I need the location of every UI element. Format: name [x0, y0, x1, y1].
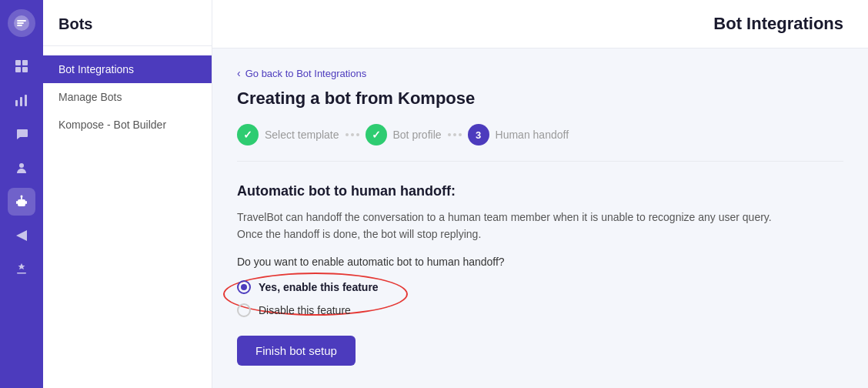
svg-rect-15	[25, 201, 27, 204]
svg-point-13	[21, 196, 23, 198]
contacts-icon[interactable]	[8, 154, 35, 182]
bots-icon[interactable]	[8, 188, 35, 216]
sidebar-item-manage-bots[interactable]: Manage Bots	[43, 83, 212, 111]
svg-rect-5	[15, 100, 18, 106]
step-1-check: ✓	[243, 129, 252, 141]
step-3: 3 Human handoff	[468, 124, 569, 146]
conversations-icon[interactable]	[8, 120, 35, 148]
radio-no-label: Disable this feature	[259, 304, 351, 316]
step-2-circle: ✓	[366, 124, 387, 146]
svg-rect-1	[15, 60, 21, 65]
svg-rect-2	[22, 60, 28, 65]
step-3-number: 3	[476, 129, 481, 141]
step-1-label: Select template	[265, 129, 339, 141]
step-dots-2	[448, 133, 462, 136]
svg-rect-9	[18, 199, 25, 206]
back-arrow-icon: ‹	[237, 67, 241, 79]
main-panel: Bot Integrations ‹ Go back to Bot Integr…	[212, 0, 868, 388]
sidebar-item-bot-integrations[interactable]: Bot Integrations	[43, 55, 212, 83]
svg-point-11	[22, 202, 24, 203]
step-3-label: Human handoff	[496, 129, 569, 141]
radio-option-no[interactable]: Disable this feature	[237, 303, 843, 317]
settings-icon[interactable]	[8, 256, 35, 283]
section-description: TravelBot can handoff the conversation t…	[237, 209, 791, 243]
svg-rect-7	[25, 95, 27, 106]
sidebar: Bots Bot Integrations Manage Bots Kompos…	[43, 0, 212, 388]
section-question: Do you want to enable automatic bot to h…	[237, 256, 843, 268]
step-2-label: Bot profile	[393, 129, 442, 141]
svg-rect-3	[15, 67, 21, 72]
app-logo	[8, 9, 35, 37]
campaigns-icon[interactable]	[8, 222, 35, 249]
sidebar-item-kompose[interactable]: Kompose - Bot Builder	[43, 111, 212, 139]
radio-yes-indicator	[237, 280, 251, 294]
svg-point-10	[19, 202, 21, 203]
radio-group: Yes, enable this feature Disable this fe…	[237, 280, 843, 317]
breadcrumb-label: Go back to Bot Integrations	[245, 68, 367, 79]
page-title: Creating a bot from Kompose	[237, 89, 843, 109]
icon-rail	[0, 0, 43, 388]
dashboard-icon[interactable]	[8, 52, 35, 80]
sidebar-header: Bots	[43, 0, 212, 46]
step-2: ✓ Bot profile	[366, 124, 442, 146]
svg-rect-4	[22, 67, 28, 72]
main-content: ‹ Go back to Bot Integrations Creating a…	[212, 48, 868, 388]
radio-option-yes[interactable]: Yes, enable this feature	[237, 280, 843, 294]
step-dots-1	[346, 133, 359, 136]
main-header: Bot Integrations	[212, 0, 868, 48]
radio-yes-label: Yes, enable this feature	[259, 281, 379, 293]
breadcrumb[interactable]: ‹ Go back to Bot Integrations	[237, 67, 843, 79]
step-1: ✓ Select template	[237, 124, 339, 146]
svg-rect-6	[20, 97, 22, 106]
svg-rect-14	[16, 201, 18, 204]
svg-point-8	[19, 163, 24, 168]
reports-icon[interactable]	[8, 86, 35, 114]
step-3-circle: 3	[468, 124, 489, 146]
radio-yes-inner	[241, 284, 247, 290]
step-2-check: ✓	[372, 129, 381, 141]
svg-rect-16	[17, 273, 26, 274]
section-title: Automatic bot to human handoff:	[237, 183, 843, 199]
finish-bot-setup-button[interactable]: Finish bot setup	[237, 336, 356, 366]
steps-bar: ✓ Select template ✓ Bot profile 3	[237, 124, 843, 162]
step-1-circle: ✓	[237, 124, 259, 146]
radio-no-indicator	[237, 303, 251, 317]
sidebar-nav: Bot Integrations Manage Bots Kompose - B…	[43, 46, 212, 148]
